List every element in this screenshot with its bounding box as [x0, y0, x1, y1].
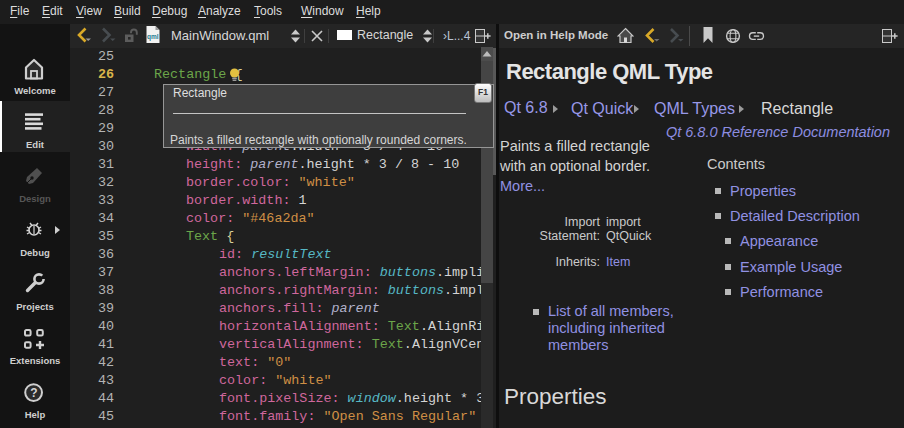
svg-text:?: ?	[30, 386, 37, 400]
svg-text:qml: qml	[147, 33, 159, 41]
